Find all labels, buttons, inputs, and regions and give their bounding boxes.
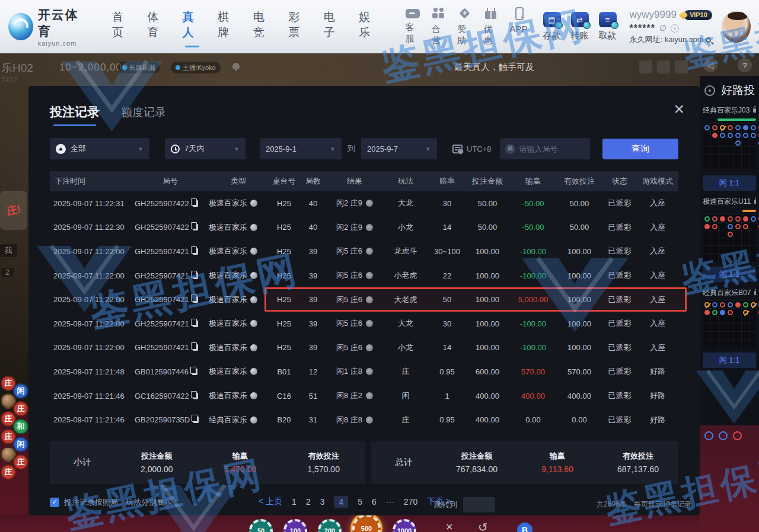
- vip-badge: VIP10: [680, 10, 712, 20]
- nav-item-4[interactable]: 电竞: [253, 9, 272, 44]
- wallet-link-transfer[interactable]: ⇄转账: [571, 12, 589, 41]
- quick-link-partner[interactable]: 合营: [432, 7, 447, 46]
- help-icon[interactable]: ?: [738, 58, 752, 72]
- result-eye-icon[interactable]: [366, 296, 373, 303]
- nav-item-0[interactable]: 首页: [112, 9, 131, 44]
- copy-icon[interactable]: [192, 368, 197, 375]
- cell-play: 庄: [382, 366, 429, 377]
- site-logo[interactable]: 开云体育 kaiyun.com: [8, 7, 87, 47]
- page-4[interactable]: 4: [334, 496, 348, 508]
- page-5[interactable]: 5: [358, 497, 362, 507]
- copy-icon[interactable]: [193, 321, 198, 327]
- nav-item-6[interactable]: 电子: [324, 9, 343, 44]
- good-road-bet-button[interactable]: 闲 1:1: [703, 352, 756, 368]
- query-button[interactable]: 查询: [602, 139, 678, 159]
- cell-round-no: 12: [299, 367, 327, 376]
- nav-item-3[interactable]: 棋牌: [218, 9, 237, 44]
- copy-icon[interactable]: [193, 416, 199, 423]
- nav-item-2[interactable]: 真人: [183, 9, 202, 44]
- copy-icon[interactable]: [193, 248, 198, 255]
- jump-page-input[interactable]: [463, 497, 495, 512]
- close-icon[interactable]: ×: [674, 100, 684, 118]
- cell-odds: 0.95: [429, 367, 465, 376]
- undo-icon[interactable]: ↺: [478, 520, 488, 532]
- quick-link-sponsor[interactable]: 赞助: [458, 7, 473, 46]
- gear-icon[interactable]: [704, 85, 715, 96]
- road-panel-title[interactable]: 经典百家乐B07: [703, 288, 756, 298]
- page-3[interactable]: 3: [320, 497, 325, 507]
- cell-bet-amount: 400.00: [465, 392, 510, 400]
- tab-0[interactable]: 投注记录: [50, 104, 100, 127]
- masked-balance: ******: [630, 22, 655, 35]
- magnifier-icon[interactable]: [706, 37, 711, 43]
- date-to-dropdown[interactable]: 2025-9-7 ▼: [361, 138, 437, 159]
- road-panel-title[interactable]: 经典百家乐J03: [703, 105, 756, 116]
- road-dot: [704, 302, 710, 307]
- table-body: 2025-09-07 11:22:31GH2525907422极速百家乐H254…: [50, 191, 678, 432]
- cell-odds: 30~100: [429, 247, 465, 256]
- refresh-circle-icon[interactable]: v: [671, 24, 679, 33]
- eye-off-icon[interactable]: ∅: [659, 23, 666, 34]
- cell-game-mode: 入座: [637, 246, 678, 257]
- clear-bets-icon[interactable]: ×: [446, 520, 453, 532]
- tab-1[interactable]: 额度记录: [121, 105, 166, 127]
- nav-item-7[interactable]: 娱乐: [359, 9, 378, 44]
- user-avatar[interactable]: [722, 11, 751, 43]
- copy-icon[interactable]: [193, 200, 198, 207]
- road-panel-title[interactable]: 极速百家乐U11: [703, 197, 756, 207]
- checkbox-checked-icon[interactable]: ✓: [50, 498, 59, 507]
- result-eye-icon[interactable]: [366, 344, 373, 351]
- copy-icon[interactable]: [193, 224, 198, 230]
- page-6[interactable]: 6: [372, 497, 377, 507]
- cell-round-id: GH2525907421: [133, 319, 208, 328]
- nav-item-1[interactable]: 体育: [147, 9, 166, 44]
- road-dot: [728, 302, 733, 307]
- cell-table-no: H25: [269, 295, 299, 304]
- copy-icon[interactable]: [193, 344, 198, 351]
- period-dropdown[interactable]: 7天内 ▼: [165, 138, 245, 159]
- nav-item-5[interactable]: 彩票: [288, 9, 307, 44]
- toolbar-square-icon[interactable]: [639, 60, 652, 73]
- round-id-icon: 局: [505, 144, 515, 154]
- cell-odds: 30: [429, 319, 465, 328]
- page-1[interactable]: 1: [292, 497, 296, 507]
- sound-icon[interactable]: ◁: [703, 58, 717, 72]
- result-eye-icon[interactable]: [366, 224, 373, 231]
- quick-link-chat[interactable]: 客服: [406, 7, 420, 46]
- prev-page-link[interactable]: < 上页: [259, 496, 282, 507]
- quick-link-phone[interactable]: APP: [509, 7, 527, 46]
- header-cell: 局号: [133, 176, 208, 187]
- round-search-input[interactable]: [519, 145, 585, 153]
- live-dot-icon: [176, 65, 180, 70]
- wallet-link-withdraw[interactable]: ≡取款: [599, 12, 617, 41]
- record-count-note: 共2696条，每页显示10条记录: [597, 499, 691, 509]
- cell-round-id: GH2525907422: [133, 223, 208, 232]
- cell-game-type: 经典百家乐: [208, 415, 269, 425]
- result-eye-icon[interactable]: [366, 416, 373, 424]
- road-panel-1: 极速百家乐U11闲 1:1: [703, 197, 756, 282]
- category-dropdown[interactable]: ♠ 全部 ▼: [50, 138, 149, 159]
- good-road-bet-button[interactable]: 闲 1:1: [703, 175, 756, 191]
- good-road-bet-button[interactable]: 闲 1:1: [703, 267, 756, 282]
- result-eye-icon[interactable]: [366, 200, 373, 207]
- header-cell: 结果: [327, 176, 382, 187]
- date-from-dropdown[interactable]: 2025-9-1 ▼: [260, 138, 342, 159]
- display-mode-checkbox[interactable]: ✓ 投注记录按照局、玩法分别展示: [50, 497, 172, 508]
- quick-link-gift[interactable]: 优惠: [484, 7, 499, 46]
- page-2[interactable]: 2: [306, 497, 311, 507]
- cell-status: 已派彩: [602, 318, 637, 329]
- toolbar-square-icon[interactable]: [657, 60, 670, 73]
- wallet-link-deposit[interactable]: ▤存款: [543, 12, 561, 41]
- result-eye-icon[interactable]: [366, 368, 373, 375]
- game-type-icon: [250, 416, 257, 424]
- result-eye-icon[interactable]: [366, 248, 373, 255]
- copy-icon[interactable]: [193, 393, 198, 399]
- page-last[interactable]: 270: [404, 497, 417, 507]
- cell-result: 闲5 庄6: [327, 246, 382, 257]
- result-eye-icon[interactable]: [366, 392, 373, 399]
- result-eye-icon[interactable]: [366, 272, 373, 279]
- toolbar-square-icon[interactable]: [675, 60, 688, 73]
- copy-icon[interactable]: [193, 296, 198, 303]
- result-eye-icon[interactable]: [366, 320, 373, 327]
- copy-icon[interactable]: [193, 273, 198, 279]
